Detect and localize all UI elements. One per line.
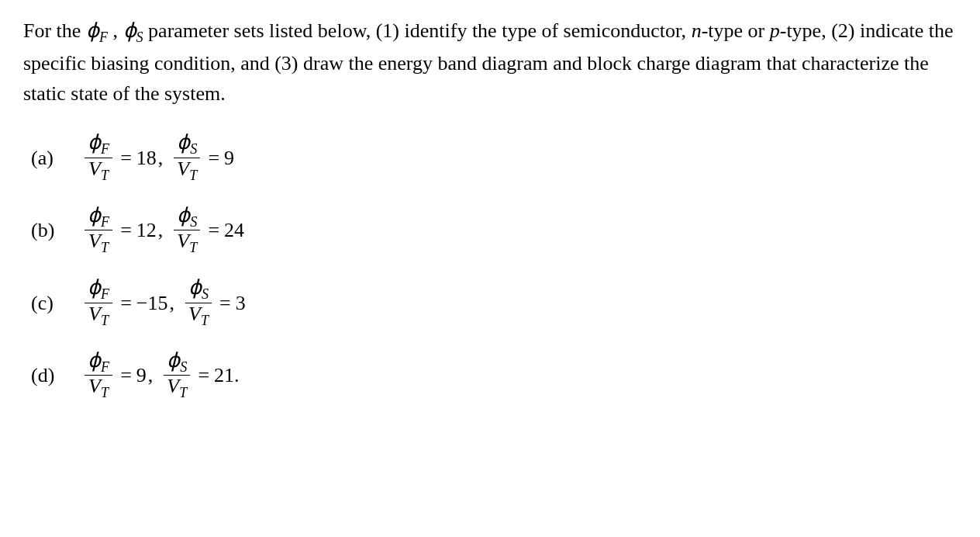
- fraction: ϕSVT: [164, 350, 190, 400]
- denominator: VT: [174, 158, 200, 183]
- equals-sign: =: [120, 288, 132, 318]
- tail-text: .: [234, 360, 240, 390]
- fraction: ϕSVT: [174, 205, 200, 255]
- separator: ,: [108, 19, 123, 42]
- phi-s-subscript: S: [136, 29, 143, 45]
- value-2: 3: [236, 288, 246, 318]
- fraction: ϕSVT: [185, 277, 212, 327]
- denominator: VT: [85, 376, 112, 400]
- equation-part-1: ϕFVT=12,: [81, 205, 171, 255]
- equals-sign: =: [219, 288, 231, 318]
- denominator: VT: [174, 230, 200, 255]
- item-label: (d): [31, 360, 62, 390]
- phi-f-subscript: F: [99, 29, 108, 45]
- value-1: 18: [136, 143, 157, 173]
- numerator: ϕS: [185, 277, 212, 303]
- equation-part-2: ϕSVT=9: [171, 132, 234, 182]
- numerator: ϕF: [85, 350, 112, 376]
- equation-part-2: ϕSVT=21 .: [160, 350, 239, 400]
- list-item: (d)ϕFVT=9,ϕSVT=21 .: [23, 350, 957, 400]
- equals-sign: =: [208, 143, 219, 173]
- value-2: 21: [214, 360, 234, 390]
- comma: ,: [148, 360, 154, 390]
- fraction: ϕSVT: [174, 132, 200, 182]
- intro-text-2: parameter sets listed below, (1) identif…: [143, 19, 692, 42]
- phi-s-symbol: ϕ: [123, 19, 136, 42]
- denominator: VT: [85, 230, 112, 255]
- equals-sign: =: [120, 360, 132, 390]
- denominator: VT: [164, 376, 190, 400]
- denominator: VT: [185, 303, 212, 328]
- list-item: (c)ϕFVT=−15,ϕSVT=3: [23, 277, 957, 327]
- item-label: (b): [31, 215, 62, 245]
- comma: ,: [158, 215, 164, 245]
- equation-part-1: ϕFVT=9,: [81, 350, 160, 400]
- item-label: (c): [31, 288, 62, 318]
- equation-part-1: ϕFVT=−15,: [81, 277, 182, 327]
- equals-sign: =: [208, 215, 219, 245]
- value-1: −15: [136, 288, 168, 318]
- numerator: ϕF: [85, 132, 112, 158]
- comma: ,: [169, 288, 174, 318]
- equation-part-2: ϕSVT=24: [171, 205, 244, 255]
- value-2: 9: [224, 143, 234, 173]
- value-2: 24: [224, 215, 244, 245]
- numerator: ϕS: [174, 132, 200, 158]
- fraction: ϕFVT: [85, 205, 112, 255]
- numerator: ϕS: [174, 205, 200, 230]
- items-list: (a)ϕFVT=18,ϕSVT=9(b)ϕFVT=12,ϕSVT=24(c)ϕF…: [23, 132, 957, 400]
- denominator: VT: [85, 158, 112, 183]
- numerator: ϕS: [164, 350, 190, 376]
- item-label: (a): [31, 143, 62, 173]
- numerator: ϕF: [85, 205, 112, 230]
- equals-sign: =: [120, 143, 132, 173]
- equation-part-2: ϕSVT=3: [182, 277, 246, 327]
- list-item: (a)ϕFVT=18,ϕSVT=9: [23, 132, 957, 182]
- phi-f-symbol: ϕ: [86, 19, 99, 42]
- value-1: 12: [136, 215, 157, 245]
- fraction: ϕFVT: [85, 350, 112, 400]
- comma: ,: [158, 143, 164, 173]
- fraction: ϕFVT: [85, 277, 112, 327]
- list-item: (b)ϕFVT=12,ϕSVT=24: [23, 205, 957, 255]
- intro-text-3: -type or: [702, 19, 770, 42]
- equals-sign: =: [198, 360, 209, 390]
- problem-intro: For the ϕF , ϕS parameter sets listed be…: [23, 16, 957, 109]
- value-1: 9: [136, 360, 147, 390]
- denominator: VT: [85, 303, 112, 328]
- p-type-p: p: [770, 19, 780, 42]
- equation-part-1: ϕFVT=18,: [81, 132, 171, 182]
- fraction: ϕFVT: [85, 132, 112, 182]
- equals-sign: =: [120, 215, 132, 245]
- n-type-n: n: [692, 19, 702, 42]
- numerator: ϕF: [85, 277, 112, 303]
- intro-text-1: For the: [23, 19, 86, 42]
